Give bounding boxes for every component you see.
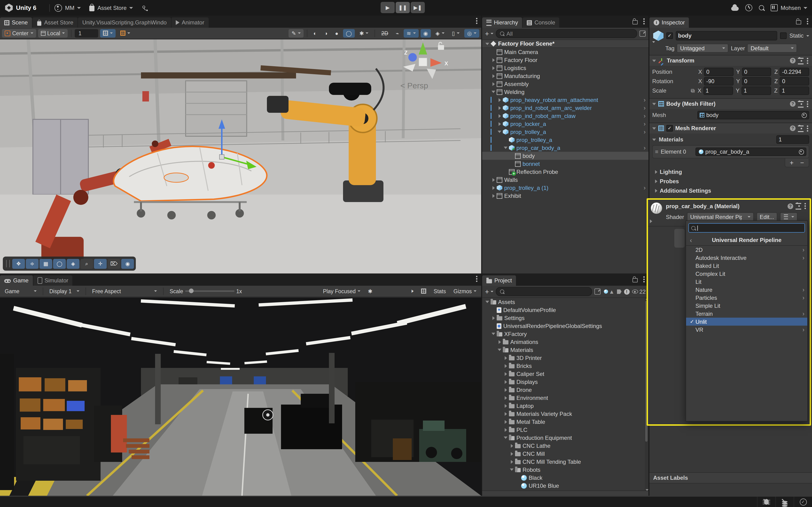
project-tree-row[interactable]: PLC: [482, 426, 645, 434]
panel-menu-icon[interactable]: [643, 278, 645, 280]
expander-icon[interactable]: [497, 131, 502, 133]
scene-viewport[interactable]: y x z < Persp ✥ ≑ ▦ ◯ ◈ ⌕ ✛ ⌦ ◉: [0, 40, 481, 274]
expander-icon[interactable]: [485, 43, 489, 45]
shader-option[interactable]: ✓ Lit ›: [686, 278, 807, 286]
constrain-proportions-icon[interactable]: ⧉: [691, 88, 695, 94]
shaded-wireframe-button[interactable]: ◐: [310, 29, 320, 37]
prefab-open-chevron[interactable]: ›: [644, 104, 646, 111]
prefab-open-chevron[interactable]: ›: [644, 96, 646, 103]
expander-icon[interactable]: [497, 122, 502, 126]
draw-mode-dropdown[interactable]: ✎: [289, 29, 303, 37]
lock-icon[interactable]: [633, 20, 638, 24]
play-button[interactable]: ▶: [381, 2, 395, 13]
project-tree-row[interactable]: Assets: [482, 298, 645, 306]
component-filter-button[interactable]: ◈: [433, 29, 447, 37]
create-asset-button[interactable]: +: [485, 288, 494, 295]
prefab-open-chevron[interactable]: ›: [644, 120, 646, 127]
expander-icon[interactable]: [652, 103, 656, 105]
expander-icon[interactable]: [503, 412, 508, 415]
frame-selected-button[interactable]: ✛: [94, 259, 107, 269]
component-menu-icon[interactable]: [807, 60, 808, 61]
materials-row[interactable]: Materials 1: [652, 135, 809, 144]
component-menu-icon[interactable]: [807, 127, 808, 129]
hierarchy-tree-row[interactable]: prop_car_body_a ›: [482, 144, 648, 152]
expander-icon[interactable]: [503, 428, 508, 432]
project-tree-row[interactable]: Caliper Set: [482, 370, 645, 378]
tab-animator[interactable]: Animator: [171, 17, 209, 28]
play-focused-dropdown[interactable]: Play Focused: [320, 287, 363, 295]
capture-button[interactable]: ✱: [365, 287, 375, 295]
tab-inspector[interactable]: i Inspector: [649, 17, 689, 28]
help-icon[interactable]: ?: [788, 203, 793, 209]
hidden-count-toggle[interactable]: 22: [632, 288, 646, 295]
grid-size-field[interactable]: 1: [75, 29, 98, 37]
project-tree-row[interactable]: Animations: [482, 338, 645, 346]
history-icon[interactable]: [746, 4, 753, 11]
aspect-dropdown[interactable]: Free Aspect: [89, 287, 160, 295]
lighting-toggle-button[interactable]: ◑: [322, 29, 330, 37]
expander-icon[interactable]: [497, 349, 502, 351]
gameobject-icon[interactable]: [653, 31, 663, 41]
shader-option[interactable]: ✓ Complex Lit ›: [686, 270, 807, 278]
probes-foldout[interactable]: Probes: [652, 177, 809, 186]
hierarchy-tree-row[interactable]: prop_trolley_a ›: [482, 128, 648, 136]
create-object-button[interactable]: +: [485, 30, 494, 38]
account-menu[interactable]: MM: [55, 4, 81, 11]
hierarchy-tree-row[interactable]: prop_ind_robot_arm_arc_welder ›: [482, 104, 648, 112]
expander-icon[interactable]: [503, 437, 508, 439]
expander-icon[interactable]: [491, 82, 496, 86]
expander-icon[interactable]: [491, 91, 496, 93]
presets-icon[interactable]: [798, 125, 804, 132]
expander-icon[interactable]: [491, 74, 496, 78]
add-material-button[interactable]: +: [790, 159, 794, 166]
project-tree-row[interactable]: Settings: [482, 314, 645, 322]
expander-icon[interactable]: [485, 301, 489, 303]
hierarchy-tree-row[interactable]: Factory Floor Scene* ›: [482, 40, 648, 48]
fog-toggle-button[interactable]: ◯: [343, 29, 355, 37]
camera-preview-button[interactable]: ⌦: [108, 259, 120, 269]
shader-search-input[interactable]: [688, 223, 805, 233]
material-options-button[interactable]: [780, 212, 798, 221]
project-tree-row[interactable]: Robots: [482, 466, 645, 474]
expander-icon[interactable]: [509, 452, 514, 456]
panel-menu-icon[interactable]: [643, 20, 645, 22]
expander-icon[interactable]: [503, 388, 508, 392]
project-tree-row[interactable]: Drone: [482, 386, 645, 394]
rotation-z-field[interactable]: 0: [780, 77, 809, 86]
2d-mode-button[interactable]: 2D: [379, 29, 391, 37]
expander-icon[interactable]: [491, 178, 496, 182]
tab-game[interactable]: Game: [0, 275, 33, 286]
move-tool-button[interactable]: ✥: [12, 259, 25, 269]
asset-store-menu[interactable]: Asset Store: [90, 4, 133, 11]
expander-icon[interactable]: [491, 333, 496, 335]
scale-x-field[interactable]: 1: [703, 87, 733, 95]
material-expander-icon[interactable]: [650, 219, 652, 223]
expander-icon[interactable]: [491, 66, 496, 70]
shader-dropdown-button[interactable]: Universal Render Pipe: [687, 212, 753, 221]
scale-z-field[interactable]: 1: [779, 87, 809, 95]
orientation-sphere-button[interactable]: ◯: [53, 259, 66, 269]
navigation-compass-button[interactable]: ◉: [121, 259, 134, 269]
tab-hierarchy[interactable]: Hierarchy: [482, 17, 522, 28]
pause-button[interactable]: ❚❚: [396, 2, 410, 13]
hierarchy-tree-row[interactable]: prop_trolley_a (1) ›: [482, 184, 648, 192]
tab-graph-window[interactable]: Unity.VisualScripting.GraphWindo: [78, 17, 171, 28]
hierarchy-tree-row[interactable]: prop_locker_a ›: [482, 120, 648, 128]
static-dropdown-icon[interactable]: [806, 35, 809, 37]
project-tree-row[interactable]: DefaultVolumeProfile: [482, 306, 645, 314]
tab-scene[interactable]: Scene: [0, 17, 32, 28]
step-button[interactable]: ▶❚: [411, 2, 425, 13]
panel-menu-icon[interactable]: [476, 278, 477, 280]
tab-asset-store[interactable]: Asset Store: [33, 17, 77, 28]
hierarchy-tree-row[interactable]: Main Camera ›: [482, 48, 648, 56]
expander-icon[interactable]: [491, 58, 496, 62]
hierarchy-tree-row[interactable]: Logistics ›: [482, 64, 648, 72]
expander-icon[interactable]: [503, 364, 508, 368]
project-tree-row[interactable]: 3D Printer: [482, 354, 645, 362]
expander-icon[interactable]: [652, 138, 656, 141]
camera-toggle-button[interactable]: ⌁: [393, 29, 402, 37]
project-tree-row[interactable]: Materials Variety Pack: [482, 410, 645, 418]
project-tree-row[interactable]: Materials: [482, 346, 645, 354]
expander-icon[interactable]: [503, 404, 508, 408]
editor-ok-status[interactable]: ✓: [794, 497, 812, 507]
